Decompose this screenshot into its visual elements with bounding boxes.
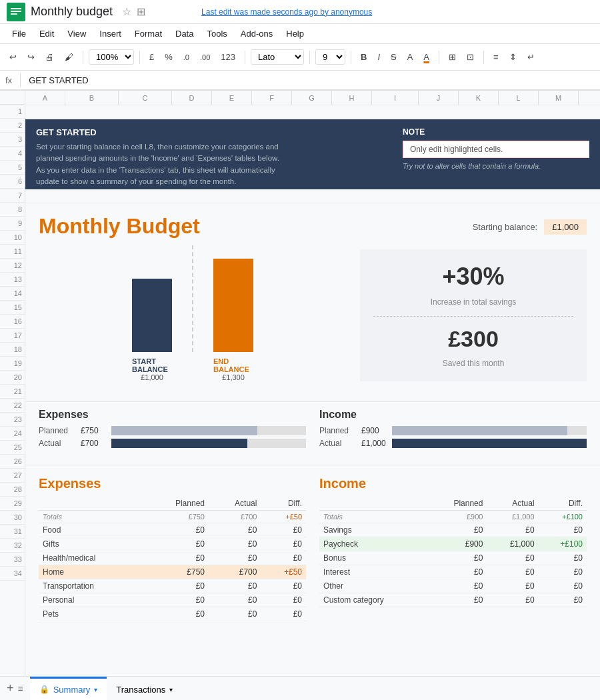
col-M[interactable]: M	[539, 91, 579, 105]
redo-button[interactable]: ↪	[23, 50, 39, 64]
income-other-actual[interactable]: £0	[487, 579, 538, 593]
menu-tools[interactable]: Tools	[201, 27, 232, 41]
folder-icon[interactable]: ⊞	[137, 5, 145, 18]
add-sheet-button[interactable]: +	[7, 681, 14, 695]
print-button[interactable]: 🖨	[41, 50, 58, 64]
col-E[interactable]: E	[212, 91, 252, 105]
expenses-home-actual[interactable]: £700	[209, 565, 261, 579]
income-paycheck-actual[interactable]: £1,000	[487, 537, 538, 551]
expenses-gifts-actual[interactable]: £0	[209, 537, 261, 551]
starting-balance-value[interactable]: £1,000	[544, 219, 587, 235]
fill-color-button[interactable]: A	[419, 50, 433, 64]
col-B[interactable]: B	[65, 91, 119, 105]
expenses-food-planned[interactable]: £0	[144, 523, 209, 537]
font-select[interactable]: Lato	[251, 49, 304, 65]
starting-balance-label: Starting balance:	[473, 222, 538, 232]
row-num-20: 20	[0, 371, 25, 385]
menu-view[interactable]: View	[62, 27, 91, 41]
expenses-home-label[interactable]: Home	[39, 565, 144, 579]
decimal-decrease-button[interactable]: .0	[179, 51, 193, 63]
italic-button[interactable]: I	[373, 50, 384, 64]
col-K[interactable]: K	[459, 91, 499, 105]
wrap-button[interactable]: ↵	[523, 50, 539, 64]
expenses-transport-label[interactable]: Transportation	[39, 579, 144, 593]
borders-button[interactable]: ⊞	[445, 50, 460, 64]
col-J[interactable]: J	[419, 91, 459, 105]
text-format-button[interactable]: A	[403, 50, 417, 64]
expenses-food-label[interactable]: Food	[39, 523, 144, 537]
col-F[interactable]: F	[252, 91, 292, 105]
tab-transactions[interactable]: Transactions ▾	[107, 677, 182, 701]
expenses-health-planned[interactable]: £0	[144, 551, 209, 565]
percent-button[interactable]: %	[161, 50, 177, 64]
paint-format-button[interactable]: 🖌	[61, 50, 77, 64]
format-123-button[interactable]: 123	[217, 50, 239, 64]
expenses-health-actual[interactable]: £0	[209, 551, 261, 565]
banner-title: GET STARTED	[36, 127, 389, 137]
strikethrough-button[interactable]: S	[387, 50, 401, 64]
menu-help[interactable]: Help	[281, 27, 309, 41]
income-other-label[interactable]: Other	[319, 579, 428, 593]
menu-edit[interactable]: Edit	[34, 27, 59, 41]
expenses-pets-diff: £0	[261, 607, 306, 621]
expenses-food-actual[interactable]: £0	[209, 523, 261, 537]
end-balance-value: £1,300	[222, 373, 245, 381]
expenses-personal-planned[interactable]: £0	[144, 593, 209, 607]
font-size-select[interactable]: 9	[315, 49, 345, 65]
menu-format[interactable]: Format	[129, 27, 167, 41]
income-savings-label[interactable]: Savings	[319, 523, 428, 537]
col-D[interactable]: D	[172, 91, 212, 105]
currency-button[interactable]: £	[145, 50, 158, 64]
expenses-health-label[interactable]: Health/medical	[39, 551, 144, 565]
expenses-pets-label[interactable]: Pets	[39, 607, 144, 621]
valign-button[interactable]: ⇕	[505, 50, 521, 64]
expenses-pets-actual[interactable]: £0	[209, 607, 261, 621]
income-paycheck-planned[interactable]: £900	[428, 537, 487, 551]
expenses-transport-planned[interactable]: £0	[144, 579, 209, 593]
tab-summary[interactable]: 🔒 Summary ▾	[30, 677, 107, 701]
income-interest-planned[interactable]: £0	[428, 565, 487, 579]
expenses-pets-planned[interactable]: £0	[144, 607, 209, 621]
income-interest-label[interactable]: Interest	[319, 565, 428, 579]
align-button[interactable]: ≡	[489, 50, 503, 64]
row-23	[25, 451, 600, 465]
income-custom-actual[interactable]: £0	[487, 593, 538, 607]
col-G[interactable]: G	[292, 91, 332, 105]
income-paycheck-label[interactable]: Paycheck	[319, 537, 428, 551]
income-bonus-planned[interactable]: £0	[428, 551, 487, 565]
end-bar-group	[213, 259, 253, 352]
menu-data[interactable]: Data	[170, 27, 199, 41]
doc-title[interactable]: Monthly budget	[31, 5, 113, 19]
income-custom-label[interactable]: Custom category	[319, 593, 428, 607]
decimal-increase-button[interactable]: .00	[196, 51, 214, 63]
expenses-personal-label[interactable]: Personal	[39, 593, 144, 607]
row-num-10: 10	[0, 231, 25, 245]
menu-insert[interactable]: Insert	[94, 27, 127, 41]
income-savings-actual[interactable]: £0	[487, 523, 538, 537]
col-H[interactable]: H	[332, 91, 372, 105]
col-C[interactable]: C	[119, 91, 172, 105]
row-num-27: 27	[0, 469, 25, 483]
merge-button[interactable]: ⊡	[463, 50, 478, 64]
income-bonus-actual[interactable]: £0	[487, 551, 538, 565]
col-I[interactable]: I	[372, 91, 419, 105]
col-A[interactable]: A	[25, 91, 65, 105]
income-bonus-label[interactable]: Bonus	[319, 551, 428, 565]
col-L[interactable]: L	[499, 91, 539, 105]
expenses-gifts-planned[interactable]: £0	[144, 537, 209, 551]
menu-file[interactable]: File	[7, 27, 31, 41]
zoom-select[interactable]: 100%	[89, 49, 134, 65]
expenses-transport-actual[interactable]: £0	[209, 579, 261, 593]
income-custom-planned[interactable]: £0	[428, 593, 487, 607]
income-savings-planned[interactable]: £0	[428, 523, 487, 537]
income-other-planned[interactable]: £0	[428, 579, 487, 593]
bold-button[interactable]: B	[357, 50, 371, 64]
expenses-gifts-label[interactable]: Gifts	[39, 537, 144, 551]
menu-addons[interactable]: Add-ons	[235, 27, 278, 41]
sheet-list-button[interactable]: ≡	[18, 683, 23, 694]
income-interest-actual[interactable]: £0	[487, 565, 538, 579]
undo-button[interactable]: ↩	[5, 50, 21, 64]
expenses-home-planned[interactable]: £750	[144, 565, 209, 579]
star-icon[interactable]: ☆	[122, 5, 131, 18]
expenses-personal-actual[interactable]: £0	[209, 593, 261, 607]
